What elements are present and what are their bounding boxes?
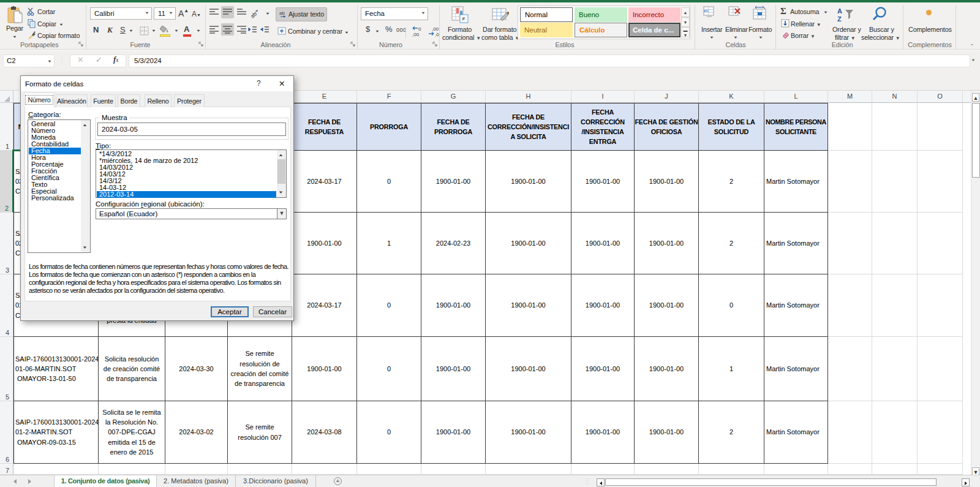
svg-text:,0: ,0 xyxy=(435,32,439,37)
svg-text:A: A xyxy=(837,7,842,15)
svg-text:≠: ≠ xyxy=(462,15,466,22)
svg-text:,00: ,00 xyxy=(432,26,439,32)
svg-text:,00: ,00 xyxy=(412,32,420,37)
svg-text:0: 0 xyxy=(418,26,421,32)
svg-text:Z: Z xyxy=(837,15,842,23)
svg-text:ab: ab xyxy=(279,10,285,16)
svg-text:ab: ab xyxy=(250,11,258,18)
